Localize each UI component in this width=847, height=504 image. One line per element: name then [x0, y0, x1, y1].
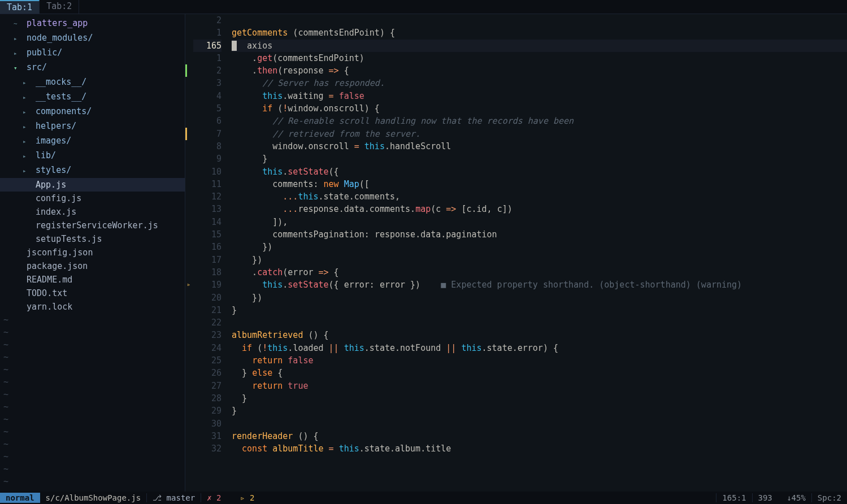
code-line[interactable]: .then(response => {: [232, 64, 847, 77]
code-line[interactable]: this.setState({ error: error }) ■ Expect…: [232, 279, 847, 291]
code-line[interactable]: .catch(error => {: [232, 266, 847, 279]
tree-label: public/: [21, 47, 62, 58]
token-pn: }): [232, 242, 272, 252]
code-line[interactable]: [232, 418, 847, 430]
tree-item-setupTests-js[interactable]: setupTests.js: [0, 232, 185, 246]
token-pn: ([: [359, 179, 370, 189]
code-line[interactable]: albumRetrieved () {: [232, 329, 847, 341]
token-pn: {: [329, 267, 339, 277]
tree-item-TODO-txt[interactable]: TODO.txt: [0, 286, 185, 300]
tree-item-styles-[interactable]: ▸ styles/: [0, 163, 185, 178]
tree-item-node_modules-[interactable]: ▸ node_modules/: [0, 31, 185, 46]
code-line[interactable]: ...this.state.comments,: [232, 190, 847, 203]
token-cm: // retrieved from the server.: [272, 129, 420, 139]
tree-item-platters_app[interactable]: ~ platters_app: [0, 16, 185, 31]
file-tree[interactable]: ~ platters_app▸ node_modules/▸ public/▾ …: [0, 14, 185, 492]
sign-cell: [185, 115, 192, 127]
tree-item-src-[interactable]: ▾ src/: [0, 60, 185, 75]
token-op: ...: [283, 204, 298, 214]
code-line[interactable]: commentsPagination: response.data.pagina…: [232, 228, 847, 241]
tree-item-helpers-[interactable]: ▸ helpers/: [0, 119, 185, 134]
token-id: axios: [247, 41, 272, 51]
token-pn: }: [232, 406, 237, 416]
code-area[interactable]: getComments (commentsEndPoint) { axios .…: [227, 14, 847, 492]
line-number: 21: [193, 304, 221, 316]
tree-item-components-[interactable]: ▸ components/: [0, 105, 185, 119]
code-line[interactable]: [232, 316, 847, 329]
code-line[interactable]: .get(commentsEndPoint): [232, 52, 847, 64]
code-line[interactable]: comments: new Map([: [232, 178, 847, 190]
tree-item-public-[interactable]: ▸ public/: [0, 46, 185, 60]
token-pn: (: [431, 204, 436, 214]
tree-item-README-md[interactable]: README.md: [0, 273, 185, 286]
code-line[interactable]: }: [232, 153, 847, 165]
tree-item-package-json[interactable]: package.json: [0, 259, 185, 273]
code-line[interactable]: const albumTitle = this.state.album.titl…: [232, 442, 847, 455]
tree-item-lib-[interactable]: ▸ lib/: [0, 149, 185, 163]
tree-item-App-js[interactable]: App.js: [0, 178, 185, 192]
code-line[interactable]: return true: [232, 380, 847, 392]
tree-item-yarn-lock[interactable]: yarn.lock: [0, 300, 185, 314]
code-line[interactable]: if (!window.onscroll) {: [232, 102, 847, 115]
code-line[interactable]: }): [232, 292, 847, 304]
tree-item-registerServiceWorker-js[interactable]: registerServiceWorker.js: [0, 219, 185, 232]
code-line[interactable]: // retrieved from the server.: [232, 128, 847, 140]
empty-line-tilde: ~: [0, 413, 185, 425]
code-line[interactable]: if (!this.loaded || this.state.notFound …: [232, 342, 847, 354]
token-pn: [283, 381, 288, 391]
code-line[interactable]: ...response.data.comments.map(c => [c.id…: [232, 203, 847, 215]
token-pn: .: [349, 192, 354, 202]
tree-item-jsconfig-json[interactable]: jsconfig.json: [0, 246, 185, 259]
line-number: 15: [193, 228, 221, 241]
editor[interactable]: ▹ 21165123456789101112131415161718192021…: [185, 14, 847, 492]
line-number: 23: [193, 329, 221, 341]
branch-icon: ⎇: [153, 493, 162, 502]
code-line[interactable]: axios: [232, 40, 847, 52]
tree-item-__mocks__-[interactable]: ▸ __mocks__/: [0, 75, 185, 90]
token-pn: (: [272, 53, 277, 63]
code-line[interactable]: }: [232, 392, 847, 405]
token-pr: data: [420, 229, 441, 240]
tree-label: setupTests.js: [31, 234, 102, 244]
code-line[interactable]: } else {: [232, 367, 847, 379]
mode-indicator: normal: [0, 493, 40, 503]
tree-item-index-js[interactable]: index.js: [0, 205, 185, 219]
tree-item-images-[interactable]: ▸ images/: [0, 134, 185, 149]
code-line[interactable]: ]),: [232, 216, 847, 228]
code-line[interactable]: // Re-enable scroll handling now that th…: [232, 115, 847, 127]
code-line[interactable]: this.setState({: [232, 166, 847, 178]
token-pn: [339, 343, 344, 353]
token-id: c: [497, 204, 502, 214]
token-pr: comments: [370, 204, 410, 214]
token-pn: .: [283, 280, 288, 290]
tree-item-__tests__-[interactable]: ▸ __tests__/: [0, 90, 185, 105]
token-pn: [232, 192, 283, 202]
line-number: 1: [193, 27, 221, 39]
code-line[interactable]: getComments (commentsEndPoint) {: [232, 27, 847, 39]
code-line[interactable]: return false: [232, 354, 847, 367]
code-line[interactable]: }: [232, 405, 847, 417]
token-pr: state: [364, 444, 390, 454]
code-line[interactable]: [232, 14, 847, 27]
code-line[interactable]: }): [232, 254, 847, 266]
token-kw: else: [252, 368, 272, 378]
token-pn: .: [232, 267, 257, 277]
tab-1[interactable]: Tab:1: [0, 0, 40, 14]
code-line[interactable]: this.waiting = false: [232, 90, 847, 102]
code-line[interactable]: // Server has responded.: [232, 77, 847, 89]
token-pn: [324, 66, 329, 76]
token-kw: if: [262, 103, 272, 114]
empty-line-tilde: ~: [0, 351, 185, 363]
token-id: error: [380, 280, 405, 290]
code-line[interactable]: renderHeader () {: [232, 430, 847, 442]
code-line[interactable]: }: [232, 304, 847, 316]
tab-2[interactable]: Tab:2: [40, 0, 79, 14]
code-line[interactable]: window.onscroll = this.handleScroll: [232, 140, 847, 153]
token-pr: title: [425, 444, 451, 454]
token-pr: onscroll: [308, 141, 349, 151]
code-line[interactable]: }): [232, 241, 847, 253]
sign-cell: [185, 266, 192, 279]
line-number: 31: [193, 430, 221, 442]
line-number: 2: [193, 64, 221, 77]
tree-item-config-js[interactable]: config.js: [0, 192, 185, 205]
